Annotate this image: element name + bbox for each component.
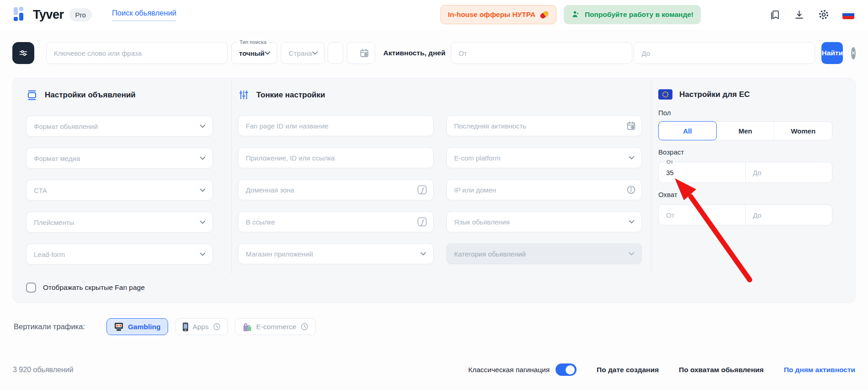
search-type-select[interactable]: Тип поиска точный	[231, 42, 277, 64]
cta-select[interactable]: CTA	[26, 180, 213, 201]
gender-segmented-control: All Men Women	[658, 121, 832, 140]
ip-domain-input[interactable]	[446, 179, 642, 200]
nav-search-ads-link[interactable]: Поиск обьявлений	[112, 9, 176, 21]
settings-icon[interactable]	[818, 9, 830, 21]
show-hidden-checkbox[interactable]	[26, 283, 36, 293]
gender-option-men[interactable]: Men	[717, 122, 775, 140]
chip-gambling-label: Gambling	[128, 323, 160, 331]
gender-option-all[interactable]: All	[658, 121, 717, 140]
function-icon[interactable]: ƒ	[417, 216, 428, 227]
classic-pagination-toggle[interactable]	[556, 363, 577, 376]
reach-from-input[interactable]	[659, 205, 745, 225]
reach-to-field	[746, 204, 832, 225]
eu-settings-title: Настройки для ЕС	[679, 90, 750, 99]
age-from-input[interactable]	[659, 162, 745, 182]
reach-label: Охват	[658, 191, 832, 198]
vertical-chip-ecommerce[interactable]: E-commerce	[235, 318, 316, 335]
chevron-down-icon	[312, 51, 318, 55]
team-work-button[interactable]: Попробуйте работу в команде!	[564, 5, 701, 24]
info-icon[interactable]	[626, 185, 636, 195]
countries-up-to-field	[328, 42, 343, 64]
vertical-chip-gambling[interactable]: Gambling	[106, 318, 168, 335]
header: Tyver Pro Поиск обьявлений In-house оффе…	[0, 0, 868, 29]
ad-settings-panel: Настройки объявлений Формат обьявлений Ф…	[13, 78, 231, 274]
age-label: Возраст	[658, 148, 832, 156]
ad-language-placeholder: Язык обьявления	[454, 218, 510, 226]
lead-form-select[interactable]: Lead-form	[26, 244, 213, 265]
app-id-input[interactable]	[238, 147, 434, 168]
vertical-sliders-icon	[238, 89, 249, 101]
language-flag-ru-icon[interactable]	[842, 11, 854, 19]
fan-page-input[interactable]	[238, 115, 434, 136]
in-link-field: ƒ	[238, 211, 434, 232]
ad-category-placeholder: Категория обьявлений	[454, 250, 526, 258]
chevron-down-icon	[420, 252, 426, 256]
shopping-bags-icon	[242, 322, 252, 331]
country-select[interactable]: Страна	[281, 42, 325, 64]
countries-up-to-input[interactable]	[328, 42, 343, 64]
app-store-select[interactable]: Магазин приложений	[238, 243, 434, 264]
activity-from-input[interactable]	[451, 42, 632, 64]
activity-to-input[interactable]	[634, 42, 815, 64]
ecom-platform-select[interactable]: E-com platform	[446, 147, 642, 168]
last-activity-input[interactable]	[446, 115, 642, 136]
gender-label: Пол	[658, 109, 832, 117]
sort-by-activity-days[interactable]: По дням активности	[784, 366, 855, 374]
search-type-value: точный	[239, 49, 265, 57]
age-from-field: От	[658, 162, 746, 183]
function-icon[interactable]: ƒ	[417, 184, 428, 195]
chevron-down-icon	[200, 188, 206, 192]
person-icon	[571, 10, 580, 19]
vertical-chip-apps[interactable]: Apps	[175, 318, 228, 335]
brand-name: Tyver	[33, 8, 64, 22]
ecom-platform-placeholder: E-com platform	[454, 154, 501, 162]
bookmarks-icon[interactable]	[769, 9, 781, 21]
ad-category-select: Категория обьявлений	[446, 243, 642, 264]
chip-ecommerce-label: E-commerce	[256, 323, 296, 331]
ad-settings-title: Настройки объявлений	[45, 91, 136, 100]
sort-by-created[interactable]: По дате создания	[597, 366, 659, 374]
search-button[interactable]: Найти	[821, 42, 842, 64]
ad-language-select[interactable]: Язык обьявления	[446, 211, 642, 232]
gender-option-women[interactable]: Women	[774, 122, 832, 140]
eu-flag-icon	[658, 89, 672, 100]
keyword-input[interactable]	[46, 42, 228, 64]
sliders-icon	[18, 48, 29, 59]
placements-placeholder: Плейсменты	[34, 219, 74, 226]
clock-icon	[301, 323, 308, 331]
clear-filters-button[interactable]: ✕	[851, 47, 856, 59]
age-to-input[interactable]	[746, 162, 832, 182]
search-filter-bar: Тип поиска точный Страна Активность, дне…	[0, 42, 868, 64]
chevron-down-icon	[629, 156, 635, 160]
reach-to-input[interactable]	[746, 205, 832, 225]
domain-zone-field: ƒ	[238, 179, 434, 200]
ads-count: 3 920 обьявлений	[13, 366, 74, 374]
calendar-icon[interactable]	[360, 48, 369, 58]
tyver-logo-icon	[14, 7, 27, 22]
show-hidden-fanpage-row[interactable]: Отображать скрытые Fan page	[26, 283, 145, 293]
in-link-input[interactable]	[238, 211, 434, 232]
inhouse-offers-button[interactable]: In-house офферы НУТРА	[440, 5, 556, 24]
fan-page-field	[238, 115, 434, 136]
placements-select[interactable]: Плейсменты	[26, 212, 213, 233]
verticals-label: Вертикали трафика:	[14, 322, 85, 331]
sort-by-reach[interactable]: По охватам обьявления	[679, 366, 764, 374]
chip-apps-label: Apps	[193, 323, 209, 331]
team-button-label: Попробуйте работу в команде!	[585, 11, 693, 19]
pill-capsule-icon	[539, 10, 549, 19]
ad-format-select[interactable]: Формат обьявлений	[26, 116, 213, 137]
media-format-select[interactable]: Формат медиа	[26, 148, 213, 169]
fine-settings-panel: Тонкие настройки ƒ	[231, 78, 651, 274]
chevron-down-icon	[200, 252, 206, 256]
filters-toggle-button[interactable]	[12, 42, 34, 64]
last-activity-field	[446, 115, 642, 136]
classic-pagination-label: Классическая пагинация	[468, 366, 550, 374]
domain-zone-input[interactable]	[238, 179, 434, 200]
calendar-icon[interactable]	[626, 121, 636, 131]
logo[interactable]: Tyver	[14, 7, 64, 22]
download-icon[interactable]	[794, 9, 805, 21]
age-from-legend: От	[664, 159, 675, 165]
offers-button-label: In-house офферы НУТРА	[448, 11, 535, 19]
creation-date-field	[347, 42, 375, 64]
cta-placeholder: CTA	[34, 187, 47, 194]
